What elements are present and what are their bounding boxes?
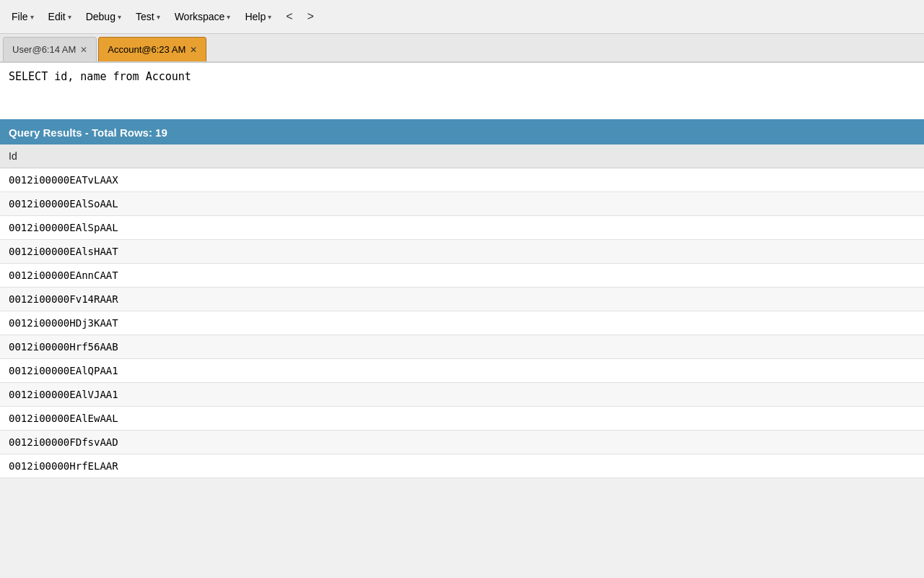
table-cell: 0012i00000EAlQPAA1	[0, 359, 924, 383]
table-cell: 0012i00000Fv14RAAR	[0, 288, 924, 311]
results-body: 0012i00000EATvLAAX0012i00000EAlSoAAL0012…	[0, 168, 924, 478]
table-cell: 0012i00000EAnnCAAT	[0, 264, 924, 288]
tab-account[interactable]: Account@6:23 AM ✕	[98, 37, 206, 61]
file-menu-arrow: ▾	[30, 13, 34, 21]
menu-bar: File ▾ Edit ▾ Debug ▾ Test ▾ Workspace ▾…	[0, 0, 924, 34]
workspace-menu[interactable]: Workspace ▾	[169, 8, 237, 25]
table-row: 0012i00000EAlVJAA1	[0, 383, 924, 407]
tab-user-close[interactable]: ✕	[80, 46, 87, 54]
edit-menu[interactable]: Edit ▾	[43, 8, 77, 25]
results-table: Id 0012i00000EATvLAAX0012i00000EAlSoAAL0…	[0, 144, 924, 478]
table-row: 0012i00000Hrf56AAB	[0, 335, 924, 359]
test-menu[interactable]: Test ▾	[130, 8, 166, 25]
query-text: SELECT id, name from Account	[9, 70, 191, 83]
table-cell: 0012i00000FDfsvAAD	[0, 431, 924, 454]
table-row: 0012i00000EATvLAAX	[0, 168, 924, 192]
help-menu-arrow: ▾	[268, 13, 271, 21]
table-cell: 0012i00000EAlSpAAL	[0, 216, 924, 240]
table-row: 0012i00000EAlEwAAL	[0, 407, 924, 431]
table-row: 0012i00000HDj3KAAT	[0, 311, 924, 335]
table-cell: 0012i00000EATvLAAX	[0, 168, 924, 192]
table-row: 0012i00000Fv14RAAR	[0, 288, 924, 311]
table-row: 0012i00000EAlSoAAL	[0, 192, 924, 216]
tab-account-close[interactable]: ✕	[190, 46, 197, 54]
table-row: 0012i00000EAlsHAAT	[0, 240, 924, 264]
table-cell: 0012i00000EAlsHAAT	[0, 240, 924, 264]
column-header-id: Id	[0, 144, 924, 168]
table-row: 0012i00000EAlQPAA1	[0, 359, 924, 383]
tab-bar: User@6:14 AM ✕ Account@6:23 AM ✕	[0, 34, 924, 63]
help-menu[interactable]: Help ▾	[239, 8, 277, 25]
table-row: 0012i00000EAlSpAAL	[0, 216, 924, 240]
workspace-menu-arrow: ▾	[227, 13, 230, 21]
table-row: 0012i00000EAnnCAAT	[0, 264, 924, 288]
results-area[interactable]: Id 0012i00000EATvLAAX0012i00000EAlSoAAL0…	[0, 144, 924, 574]
table-cell: 0012i00000HrfELAAR	[0, 454, 924, 478]
forward-button[interactable]: >	[302, 7, 320, 26]
results-header: Query Results - Total Rows: 19	[0, 121, 924, 144]
tab-user[interactable]: User@6:14 AM ✕	[3, 37, 97, 61]
table-row: 0012i00000FDfsvAAD	[0, 431, 924, 454]
file-menu[interactable]: File ▾	[6, 8, 40, 25]
table-cell: 0012i00000EAlEwAAL	[0, 407, 924, 431]
table-cell: 0012i00000Hrf56AAB	[0, 335, 924, 359]
table-cell: 0012i00000EAlVJAA1	[0, 383, 924, 407]
debug-menu[interactable]: Debug ▾	[80, 8, 127, 25]
table-row: 0012i00000HrfELAAR	[0, 454, 924, 478]
query-editor[interactable]: SELECT id, name from Account	[0, 63, 924, 121]
table-cell: 0012i00000EAlSoAAL	[0, 192, 924, 216]
results-header-text: Query Results - Total Rows: 19	[9, 126, 167, 139]
edit-menu-arrow: ▾	[68, 13, 71, 21]
debug-menu-arrow: ▾	[118, 13, 121, 21]
back-button[interactable]: <	[280, 7, 298, 26]
test-menu-arrow: ▾	[157, 13, 160, 21]
table-cell: 0012i00000HDj3KAAT	[0, 311, 924, 335]
